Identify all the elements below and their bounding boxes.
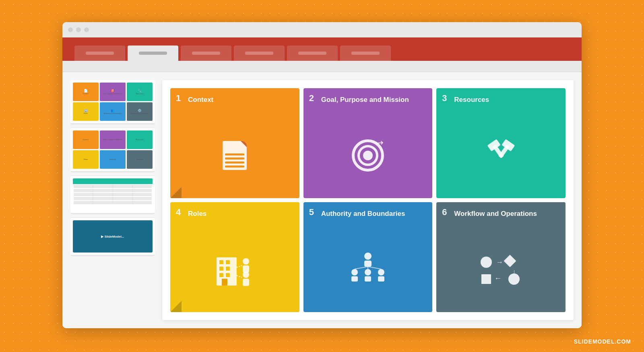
tab-3[interactable] [181, 46, 231, 61]
document-icon [223, 141, 247, 170]
card-6-header: 6 Workflow and Operations [443, 209, 559, 229]
card-2-header: 2 Goal, Purpose and Mission [310, 95, 426, 115]
thumb-3-cell [113, 193, 132, 196]
thumb-1-label-3: Resources [136, 93, 143, 95]
thumb-3-row-3 [74, 193, 152, 196]
thumb-2-label-5: Authority [109, 159, 116, 161]
tab-4[interactable] [234, 46, 285, 61]
browser-window: 📄 Context 🎯 Goal, Purpose and Mission 🔧 … [62, 22, 582, 328]
tab-1[interactable] [74, 46, 125, 61]
svg-rect-11 [222, 279, 227, 286]
thumb-1-cell-1: 📄 Context [73, 83, 99, 101]
people-hierarchy-svg [346, 251, 390, 288]
svg-point-22 [365, 269, 371, 275]
thumb-2-label-2: Goal, Purpose and Mission [103, 139, 122, 141]
card-6-icon-area: → ↓ ← [443, 233, 559, 306]
thumb-3-row-5 [74, 201, 152, 204]
card-resources[interactable]: 3 Resources [436, 88, 566, 198]
thumb-1-label-6: Workflow and Operations [131, 113, 149, 115]
tab-2[interactable] [128, 46, 178, 61]
building-people-svg [215, 251, 255, 288]
app-toolbar [62, 37, 582, 61]
tab-4-bar [245, 52, 273, 55]
thumb-2-cell-1: Context [73, 130, 99, 149]
svg-line-13 [237, 275, 242, 277]
thumb-2-label-4: Roles [84, 159, 88, 161]
tools-icon [483, 139, 519, 172]
thumb-1-icon-5: 👥 [111, 109, 115, 112]
thumbnail-2[interactable]: Context Goal, Purpose and Mission Resour… [70, 128, 155, 171]
svg-rect-9 [219, 273, 223, 277]
thumb-3-cell [74, 185, 93, 188]
target-icon: ↗ [352, 139, 384, 172]
svg-text:←: ← [494, 274, 502, 282]
tab-6[interactable] [340, 46, 391, 61]
window-close-btn[interactable] [68, 27, 73, 32]
thumb-3-row-1 [74, 185, 152, 188]
tab-3-bar [192, 52, 220, 55]
tab-5[interactable] [287, 46, 338, 61]
svg-rect-25 [378, 276, 384, 282]
thumbnail-4[interactable]: ▶ SlideModel... [70, 218, 155, 255]
thumb-3-header [73, 178, 153, 184]
thumb-3-cell [93, 185, 112, 188]
tab-5-bar [298, 52, 326, 55]
card-6-number: 6 [442, 208, 447, 217]
thumb-1-cell-5: 👥 Authority and Boundaries [100, 102, 126, 121]
svg-rect-21 [351, 276, 358, 282]
svg-rect-33 [481, 274, 491, 284]
thumb-3-row-2 [74, 189, 152, 192]
thumb-3-cell [93, 193, 112, 196]
tab-2-bar [139, 52, 167, 55]
card-authority[interactable]: 5 Authority and Boundaries [303, 202, 433, 312]
card-5-icon-area [310, 233, 426, 306]
svg-line-26 [355, 267, 368, 269]
svg-point-14 [243, 258, 249, 265]
svg-rect-7 [219, 267, 223, 271]
card-6-title: Workflow and Operations [454, 209, 537, 218]
thumb-2-cell-3: Resources [127, 130, 153, 149]
thumbnail-3-content [73, 178, 153, 211]
svg-point-35 [508, 273, 520, 285]
thumb-1-cell-4: 🏢 Roles [73, 102, 99, 121]
thumb-1-icon-1: 📄 [84, 89, 88, 93]
thumb-3-cell [113, 197, 132, 200]
thumb-3-cell [113, 185, 132, 188]
card-4-header: 4 Roles [177, 209, 293, 229]
thumb-3-cell [74, 201, 93, 204]
thumbnail-1[interactable]: 📄 Context 🎯 Goal, Purpose and Mission 🔧 … [70, 80, 155, 123]
svg-rect-8 [226, 267, 230, 271]
secondary-toolbar [62, 61, 582, 72]
tab-6-bar [351, 52, 380, 55]
thumb-3-row-4 [74, 197, 152, 200]
thumb-1-icon-2: 🎯 [111, 89, 115, 93]
thumb-3-cell [133, 189, 152, 192]
thumb-3-cell [133, 185, 152, 188]
card-1-title: Context [188, 95, 213, 104]
card-5-title: Authority and Boundaries [321, 209, 405, 218]
main-content: 📄 Context 🎯 Goal, Purpose and Mission 🔧 … [62, 72, 582, 328]
thumb-2-cell-5: Authority [100, 150, 126, 169]
thumb-3-cell [113, 201, 132, 204]
thumb-3-cell [74, 193, 93, 196]
window-maximize-btn[interactable] [84, 27, 89, 32]
card-workflow[interactable]: 6 Workflow and Operations → ↓ ← [436, 202, 566, 312]
card-roles[interactable]: 4 Roles [170, 202, 299, 312]
window-minimize-btn[interactable] [76, 27, 81, 32]
svg-point-29 [481, 257, 492, 268]
thumbnail-2-grid: Context Goal, Purpose and Mission Resour… [73, 130, 153, 169]
thumb-1-cell-2: 🎯 Goal, Purpose and Mission [100, 83, 126, 101]
thumb-1-label-2: Goal, Purpose and Mission [103, 93, 122, 95]
svg-rect-6 [226, 260, 230, 264]
thumbnail-4-content: ▶ SlideModel... [73, 220, 153, 253]
card-goal[interactable]: 2 Goal, Purpose and Mission ↗ [303, 88, 433, 198]
thumb-3-cell [74, 189, 93, 192]
thumbnail-1-grid: 📄 Context 🎯 Goal, Purpose and Mission 🔧 … [73, 83, 153, 121]
thumbnail-3[interactable] [70, 176, 155, 213]
thumb-3-cell [93, 201, 112, 204]
sidebar: 📄 Context 🎯 Goal, Purpose and Mission 🔧 … [70, 80, 155, 320]
card-fold-4 [170, 301, 182, 312]
card-context[interactable]: 1 Context [170, 88, 299, 198]
thumb-3-rows [73, 185, 153, 204]
slidemodel-logo-small: ▶ SlideModel... [101, 235, 124, 238]
